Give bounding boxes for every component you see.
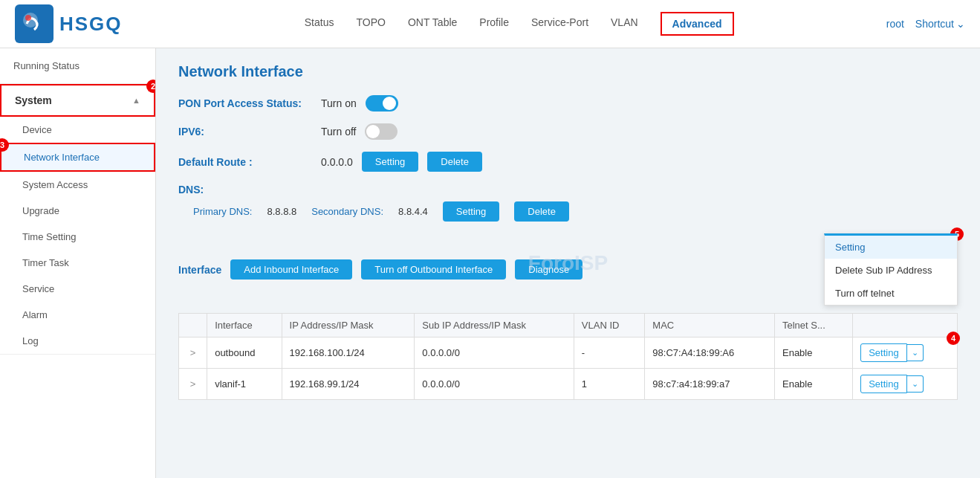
row2-interface: vlanif-1 xyxy=(207,369,282,400)
sidebar-running-status[interactable]: Running Status xyxy=(0,48,155,84)
row1-ip-mask: 192.168.100.1/24 xyxy=(282,337,415,369)
nav-ont-table[interactable]: ONT Table xyxy=(408,16,457,31)
table-row: > outbound 192.168.100.1/24 0.0.0.0/0 - … xyxy=(179,337,958,369)
interface-header: Interface Add Inbound Interface Turn off… xyxy=(178,233,958,306)
row2-action: Setting ⌄ xyxy=(853,369,958,400)
row1-sub-ip-mask: 0.0.0.0/0 xyxy=(415,337,574,369)
logo-icon xyxy=(15,4,53,43)
logo-text: HSGQ xyxy=(59,13,123,36)
th-expand xyxy=(179,314,207,337)
row2-mac: 98:c7:a4:18:99:a7 xyxy=(645,369,775,400)
default-route-setting-button[interactable]: Setting xyxy=(362,152,418,172)
badge-2: 2 xyxy=(146,80,156,93)
primary-dns-label: Primary DNS: xyxy=(193,206,252,217)
setting-dropdown: Setting Delete Sub IP Address Turn off t… xyxy=(824,233,958,306)
dns-delete-button[interactable]: Delete xyxy=(514,201,569,222)
interface-table: Interface IP Address/IP Mask Sub IP Addr… xyxy=(178,313,958,400)
default-route-label: Default Route : xyxy=(178,156,312,168)
badge-3: 3 xyxy=(0,138,9,152)
interface-section: Interface Add Inbound Interface Turn off… xyxy=(178,233,958,400)
th-mac: MAC xyxy=(645,314,775,337)
pon-port-value: Turn on xyxy=(321,97,357,109)
row1-setting-arrow-button[interactable]: ⌄ xyxy=(907,344,924,361)
row2-vlan-id: 1 xyxy=(574,369,645,400)
pon-port-toggle[interactable] xyxy=(366,95,398,112)
row2-setting-arrow-button[interactable]: ⌄ xyxy=(907,375,924,393)
sidebar-item-timer-task[interactable]: Timer Task xyxy=(0,250,155,276)
primary-dns-value: 8.8.8.8 xyxy=(267,206,296,217)
default-route-row: Default Route : 0.0.0.0 Setting Delete xyxy=(178,152,958,172)
dns-title: DNS: xyxy=(178,184,958,196)
nav-profile[interactable]: Profile xyxy=(479,16,509,31)
interface-title: Interface xyxy=(178,264,221,276)
row1-expand[interactable]: > xyxy=(179,337,207,369)
dns-setting-button[interactable]: Setting xyxy=(443,201,499,222)
collapse-arrow-icon: ▲ xyxy=(132,96,140,105)
th-sub-ip-mask: Sub IP Address/IP Mask xyxy=(415,314,574,337)
sidebar-item-service[interactable]: Service xyxy=(0,276,155,302)
th-interface: Interface xyxy=(207,314,282,337)
dropdown-item-delete-sub-ip[interactable]: Delete Sub IP Address xyxy=(825,259,957,282)
row2-expand[interactable]: > xyxy=(179,369,207,400)
dns-section: DNS: Primary DNS: 8.8.8.8 Secondary DNS:… xyxy=(178,184,958,222)
th-vlan-id: VLAN ID xyxy=(574,314,645,337)
sidebar-item-network-interface[interactable]: 3 Network Interface xyxy=(0,143,155,172)
ipv6-label: IPV6: xyxy=(178,126,312,138)
secondary-dns-value: 8.8.4.4 xyxy=(398,206,428,217)
pon-port-row: PON Port Access Status: Turn on xyxy=(178,95,958,112)
sidebar-system-section: System 2 ▲ Device 3 Network Interface Sy… xyxy=(0,84,155,355)
default-route-value: 0.0.0.0 xyxy=(321,156,353,168)
sidebar-item-system-access[interactable]: System Access xyxy=(0,172,155,198)
default-route-delete-button[interactable]: Delete xyxy=(427,152,482,172)
diagnose-button[interactable]: Diagnose xyxy=(515,259,583,280)
ipv6-toggle[interactable] xyxy=(365,123,397,140)
row2-ip-mask: 192.168.99.1/24 xyxy=(282,369,415,400)
sidebar-system-header[interactable]: System 2 ▲ xyxy=(0,84,155,117)
main-nav: Status TOPO ONT Table Profile Service-Po… xyxy=(152,12,886,36)
sidebar-item-log[interactable]: Log xyxy=(0,328,155,354)
row2-telnet: Enable xyxy=(774,369,852,400)
header: HSGQ Status TOPO ONT Table Profile Servi… xyxy=(0,0,980,48)
sidebar: Running Status System 2 ▲ Device 3 Netwo… xyxy=(0,48,156,478)
svg-point-1 xyxy=(25,15,31,21)
nav-advanced[interactable]: Advanced xyxy=(661,12,734,36)
row1-mac: 98:C7:A4:18:99:A6 xyxy=(645,337,775,369)
content-area: ForoISP Network Interface PON Port Acces… xyxy=(156,48,980,478)
nav-topo[interactable]: TOPO xyxy=(356,16,385,31)
dns-row: Primary DNS: 8.8.8.8 Secondary DNS: 8.8.… xyxy=(178,201,958,222)
table-body: > outbound 192.168.100.1/24 0.0.0.0/0 - … xyxy=(179,337,958,400)
sidebar-item-time-setting[interactable]: Time Setting xyxy=(0,224,155,250)
row2-setting-main-button[interactable]: Setting xyxy=(860,375,906,393)
row1-telnet: Enable xyxy=(774,337,852,369)
row1-setting-dropdown: Setting ⌄ xyxy=(860,343,950,362)
row2-setting-dropdown: Setting ⌄ xyxy=(860,375,950,393)
row1-interface: outbound xyxy=(207,337,282,369)
add-inbound-button[interactable]: Add Inbound Interface xyxy=(230,259,352,280)
row2-sub-ip-mask: 0.0.0.0/0 xyxy=(415,369,574,400)
ipv6-value: Turn off xyxy=(321,126,356,138)
dropdown-item-turn-off-telnet[interactable]: Turn off telnet xyxy=(825,282,957,305)
row1-vlan-id: - xyxy=(574,337,645,369)
badge-4: 4 xyxy=(947,332,960,345)
ipv6-row: IPV6: Turn off xyxy=(178,123,958,140)
th-action xyxy=(853,314,958,337)
nav-shortcut[interactable]: Shortcut ⌄ xyxy=(915,18,965,30)
setting-dropdown-container: 5 Setting Delete Sub IP Address Turn off… xyxy=(824,233,958,306)
table-container: Interface IP Address/IP Mask Sub IP Addr… xyxy=(178,313,958,400)
nav-service-port[interactable]: Service-Port xyxy=(531,16,588,31)
pon-port-label: PON Port Access Status: xyxy=(178,97,312,109)
th-telnet: Telnet S... xyxy=(774,314,852,337)
sidebar-item-device[interactable]: Device xyxy=(0,117,155,143)
sidebar-item-upgrade[interactable]: Upgrade xyxy=(0,198,155,224)
turn-off-outbound-button[interactable]: Turn off Outbound Interface xyxy=(361,259,506,280)
nav-status[interactable]: Status xyxy=(305,16,334,31)
table-header: Interface IP Address/IP Mask Sub IP Addr… xyxy=(179,314,958,337)
row1-action: 4 Setting ⌄ xyxy=(853,337,958,369)
row1-setting-main-button[interactable]: Setting xyxy=(860,343,906,362)
sidebar-item-alarm[interactable]: Alarm xyxy=(0,302,155,328)
table-row: > vlanif-1 192.168.99.1/24 0.0.0.0/0 1 9… xyxy=(179,369,958,400)
dropdown-item-setting[interactable]: Setting xyxy=(825,236,957,259)
nav-vlan[interactable]: VLAN xyxy=(611,16,638,31)
nav-user[interactable]: root xyxy=(886,18,904,30)
main-layout: Running Status System 2 ▲ Device 3 Netwo… xyxy=(0,48,980,478)
